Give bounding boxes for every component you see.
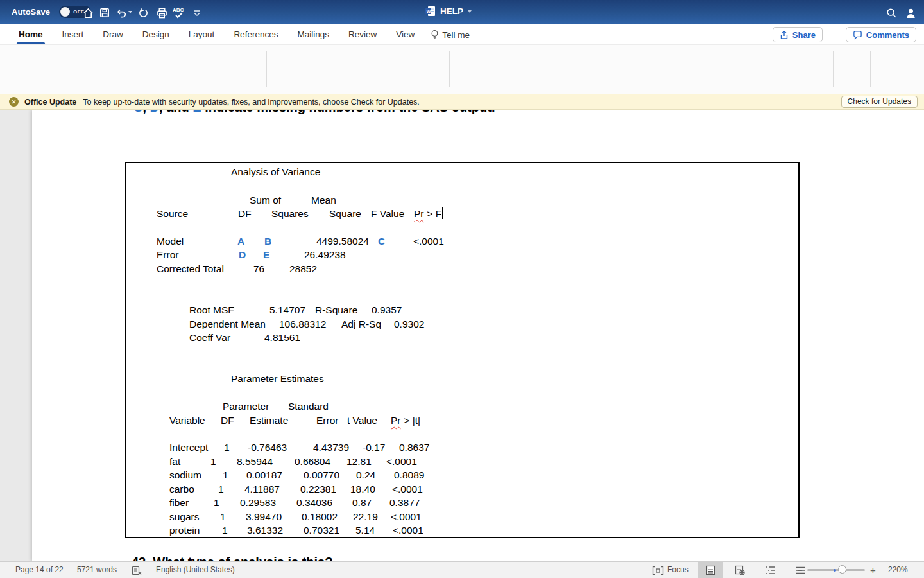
lightbulb-icon [431, 30, 439, 40]
sas-text-run: Source [157, 208, 188, 220]
sas-text-run: 0.22381 [300, 484, 336, 495]
tab-review[interactable]: Review [339, 24, 386, 45]
sas-output-box: Analysis of VarianceSum ofMeanSourceDFSq… [125, 162, 800, 538]
ribbon: Paste SAS Monos... 8 Aˆ Aˇ Aa A B I U ab… [0, 45, 924, 94]
sas-text-run: Model [157, 236, 184, 247]
sas-text-run: 12.81 [346, 456, 372, 468]
comment-icon [853, 30, 862, 40]
sas-text-run: Estimate [250, 415, 288, 426]
missing-value-placeholder: C [378, 236, 385, 247]
word-doc-icon: W [425, 6, 436, 17]
sas-text-run: Pr [391, 415, 401, 426]
missing-value-placeholder: C [133, 110, 142, 114]
document-title-group[interactable]: W HELP [425, 6, 472, 17]
zoom-level[interactable]: 220% [888, 562, 908, 578]
search-icon[interactable] [884, 6, 898, 20]
redo-icon[interactable] [136, 6, 150, 20]
autosave-toggle-knob [60, 7, 70, 17]
sas-text-run: Intercept [169, 442, 208, 453]
sas-text-run: 4.11887 [244, 484, 280, 495]
zoom-out-button[interactable]: − [797, 562, 803, 578]
sas-text-run: carbo [169, 484, 194, 495]
sas-text-run: 26.49238 [304, 249, 346, 261]
tab-insert[interactable]: Insert [53, 24, 94, 45]
home-icon[interactable] [81, 6, 95, 20]
sas-text-run: 22.19 [353, 511, 378, 523]
tab-design[interactable]: Design [133, 24, 179, 45]
sas-text-run: protein [169, 525, 200, 536]
spellcheck-icon[interactable]: ABC [172, 6, 186, 20]
check-for-updates-button[interactable]: Check for Updates [841, 96, 918, 108]
missing-value-placeholder: D [150, 110, 159, 114]
ribbon-tabs: Home Insert Draw Design Layout Reference… [0, 24, 924, 45]
focus-label[interactable]: Focus [667, 562, 689, 578]
comments-button[interactable]: Comments [846, 27, 916, 42]
missing-value-placeholder: E [193, 110, 201, 114]
focus-icon[interactable] [652, 565, 664, 575]
document-area[interactable]: C, D, and E indicate missing numbers fro… [0, 110, 924, 561]
sas-text-run: > |t| [401, 415, 420, 426]
svg-text:W: W [427, 8, 432, 14]
language-indicator[interactable]: English (United States) [156, 562, 235, 578]
view-outline-button[interactable] [758, 562, 783, 578]
sas-text-run: 5.14707 [270, 304, 305, 316]
sas-text-run: 4.81561 [264, 332, 300, 344]
sas-text-run: > F [424, 208, 441, 220]
proofing-status-icon[interactable] [132, 565, 142, 575]
sas-text-run: 1 [223, 469, 228, 481]
tab-references[interactable]: References [224, 24, 287, 45]
titlebar: AutoSave OFF ABC W HELP [0, 0, 924, 24]
sas-text-run: Parameter Estimates [231, 373, 324, 385]
tab-layout[interactable]: Layout [179, 24, 225, 45]
sas-text-run: 0.29583 [240, 497, 276, 509]
status-bar: Page 14 of 22 5721 words English (United… [0, 561, 924, 578]
tab-view[interactable]: View [386, 24, 424, 45]
print-icon[interactable] [155, 6, 169, 20]
tab-draw[interactable]: Draw [93, 24, 133, 45]
sas-text-run: 0.66804 [295, 456, 330, 468]
zoom-in-button[interactable]: + [870, 562, 876, 578]
sas-text-run: t Value [347, 415, 377, 426]
sas-text-run: Analysis of Variance [231, 166, 320, 178]
sas-text-run: R-Square [315, 304, 357, 316]
tab-home[interactable]: Home [9, 24, 53, 45]
sas-text-run: <.0001 [392, 484, 423, 495]
sas-text-run: 0.9357 [372, 304, 402, 316]
banner-title: Office Update [24, 98, 76, 107]
sas-text-run: 0.00770 [304, 469, 339, 481]
sas-text-run: 3.61332 [247, 525, 283, 536]
view-web-layout-button[interactable] [728, 562, 752, 578]
word-count[interactable]: 5721 words [77, 562, 117, 578]
share-icon [780, 30, 789, 40]
clipped-question-text-top: C, D, and E indicate missing numbers fro… [133, 110, 583, 116]
text-cursor [442, 207, 443, 219]
account-icon[interactable] [903, 6, 918, 20]
sas-text-run: DF [238, 208, 252, 220]
sas-text-run: 8.55944 [237, 456, 273, 468]
sas-text-run: Standard [288, 401, 329, 412]
sas-text-run: 0.9302 [394, 319, 424, 330]
sas-text-run: 0.24 [356, 469, 375, 481]
zoom-slider-track[interactable] [807, 569, 865, 571]
undo-dropdown-chevron[interactable] [128, 11, 132, 13]
question-text: indicate missing numbers from the SAS ou… [201, 110, 495, 114]
page-indicator[interactable]: Page 14 of 22 [15, 562, 64, 578]
sas-text-run: 1 [210, 456, 216, 468]
sas-text-run: Variable [169, 415, 205, 426]
sas-text-run: Parameter [223, 401, 269, 412]
sas-text-run: 0.34036 [296, 497, 332, 509]
tab-mailings[interactable]: Mailings [287, 24, 339, 45]
share-button[interactable]: Share [773, 27, 823, 42]
zoom-slider-thumb[interactable] [838, 565, 846, 574]
doc-title-chevron [468, 10, 472, 13]
banner-message: To keep up-to-date with security updates… [83, 98, 420, 107]
collapse-toolbar-icon[interactable] [190, 6, 204, 20]
undo-icon[interactable] [114, 6, 128, 20]
sas-text-run: 0.8637 [399, 442, 429, 453]
save-icon[interactable] [98, 6, 112, 20]
sas-text-run: Error [157, 249, 178, 261]
question-text: , and [159, 110, 193, 114]
tell-me[interactable]: Tell me [424, 30, 476, 40]
sas-text-run: -0.76463 [248, 442, 287, 453]
view-print-layout-button[interactable] [698, 562, 723, 578]
